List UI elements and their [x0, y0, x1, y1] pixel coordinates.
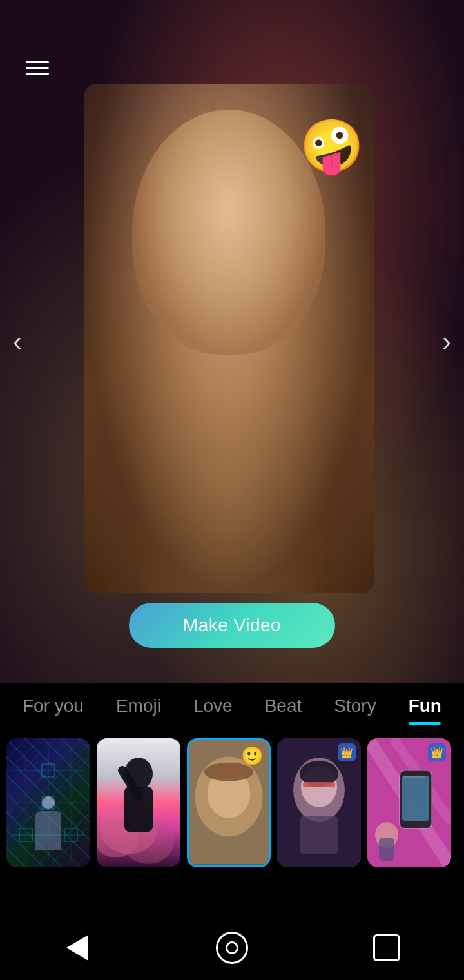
thumbnail-1[interactable]	[6, 738, 90, 867]
svg-rect-20	[217, 763, 241, 778]
recents-nav-button[interactable]	[367, 928, 406, 967]
make-video-button[interactable]: Make Video	[129, 603, 335, 648]
prev-arrow[interactable]: ‹	[13, 328, 22, 355]
svg-rect-25	[300, 816, 338, 854]
thumbnail-2[interactable]	[97, 738, 180, 867]
home-icon	[216, 932, 248, 964]
hamburger-line-2	[26, 67, 49, 69]
hamburger-line-1	[26, 61, 49, 63]
thumbnail-3[interactable]: 🙂	[187, 738, 271, 867]
video-area: 🤪 ‹ › Make Video	[0, 0, 464, 683]
thumbnail-4[interactable]: 👑	[277, 738, 361, 867]
back-nav-button[interactable]	[58, 928, 97, 967]
home-nav-button[interactable]	[213, 928, 251, 967]
tab-fun[interactable]: Fun	[403, 692, 447, 720]
tab-for-you[interactable]: For you	[17, 692, 89, 720]
next-arrow[interactable]: ›	[442, 328, 451, 355]
thumbnails-row: 🙂 👑	[0, 729, 464, 877]
svg-rect-26	[303, 782, 335, 787]
svg-rect-31	[402, 776, 429, 821]
bottom-navigation	[0, 916, 464, 980]
recents-icon	[373, 934, 400, 961]
portrait-face	[132, 110, 325, 355]
category-tabs: For you Emoji Love Beat Story Fun	[0, 683, 464, 729]
tab-story[interactable]: Story	[329, 692, 381, 720]
tab-beat[interactable]: Beat	[260, 692, 307, 720]
crown-badge-5: 👑	[428, 743, 446, 761]
thumb-person	[32, 796, 64, 854]
emoji-sticker: 🤪	[300, 116, 364, 177]
svg-rect-34	[379, 838, 394, 861]
thumbnail-5[interactable]: 👑	[367, 738, 451, 867]
hamburger-line-3	[26, 73, 49, 75]
tab-emoji[interactable]: Emoji	[111, 692, 166, 720]
hamburger-menu[interactable]	[26, 61, 49, 75]
smiley-icon: 🙂	[241, 745, 264, 767]
back-icon	[66, 935, 88, 961]
tab-love[interactable]: Love	[188, 692, 238, 720]
crown-badge-4: 👑	[338, 743, 356, 761]
